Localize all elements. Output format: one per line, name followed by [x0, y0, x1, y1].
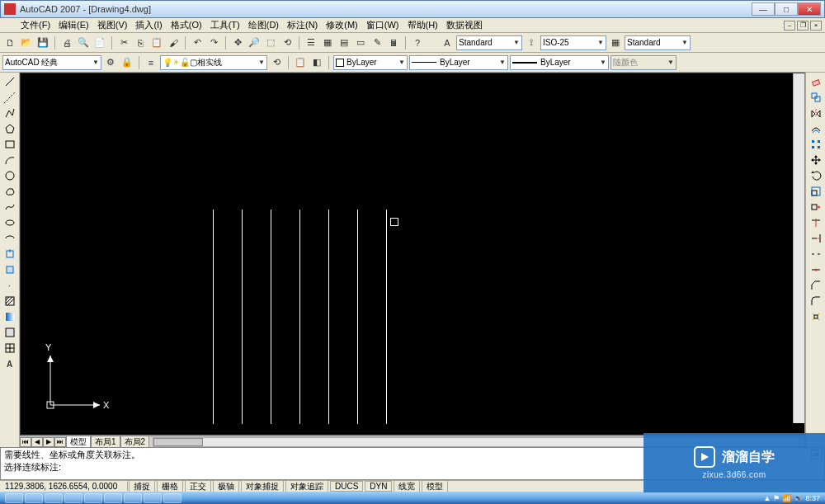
- stretch-icon[interactable]: [808, 200, 823, 214]
- open-icon[interactable]: 📂: [19, 35, 34, 50]
- close-button[interactable]: ✕: [798, 2, 821, 16]
- designcenter-icon[interactable]: ▦: [320, 35, 335, 50]
- preview-icon[interactable]: 🔍: [76, 35, 91, 50]
- layer-prev-icon[interactable]: ⟲: [269, 55, 284, 70]
- arc-icon[interactable]: [2, 153, 17, 167]
- taskbar-app[interactable]: [25, 493, 43, 503]
- menu-file[interactable]: 文件(F): [16, 18, 54, 32]
- menu-modify[interactable]: 修改(M): [322, 18, 362, 32]
- copy-tool-icon[interactable]: [808, 90, 823, 105]
- workspace-lock-icon[interactable]: 🔒: [120, 55, 134, 70]
- menu-tools[interactable]: 工具(T): [206, 18, 244, 32]
- fillet-icon[interactable]: [808, 294, 823, 309]
- undo-icon[interactable]: ↶: [190, 35, 205, 50]
- menu-draw[interactable]: 绘图(D): [244, 18, 283, 32]
- mtext-icon[interactable]: A: [2, 356, 17, 371]
- linetype-combo[interactable]: ByLayer▼: [409, 55, 508, 70]
- mdi-restore[interactable]: ❐: [797, 21, 808, 31]
- xline-icon[interactable]: [2, 90, 17, 105]
- menu-insert[interactable]: 插入(I): [131, 18, 166, 32]
- cut-icon[interactable]: ✂: [116, 35, 131, 50]
- pline-icon[interactable]: [2, 106, 17, 120]
- layer-state-icon[interactable]: 📋: [293, 55, 308, 70]
- properties-icon[interactable]: ☰: [304, 35, 318, 50]
- color-combo[interactable]: ByLayer▼: [333, 55, 408, 70]
- tab-layout1[interactable]: 布局1: [91, 436, 120, 448]
- vertical-scrollbar[interactable]: [793, 73, 804, 423]
- save-icon[interactable]: 💾: [35, 35, 50, 50]
- taskbar-app[interactable]: [124, 493, 142, 503]
- workspace-settings-icon[interactable]: ⚙: [103, 55, 118, 70]
- maximize-button[interactable]: □: [775, 2, 798, 16]
- explode-icon[interactable]: [808, 309, 823, 324]
- paste-icon[interactable]: 📋: [149, 35, 164, 50]
- publish-icon[interactable]: 📄: [92, 35, 107, 50]
- join-icon[interactable]: [808, 262, 823, 277]
- menu-edit[interactable]: 编辑(E): [54, 18, 93, 32]
- rectangle-icon[interactable]: [2, 137, 17, 152]
- help-icon[interactable]: ?: [410, 35, 425, 50]
- menu-view[interactable]: 视图(V): [93, 18, 132, 32]
- workspace-combo[interactable]: AutoCAD 经典▼: [2, 55, 101, 70]
- mdi-close[interactable]: ×: [810, 21, 822, 31]
- dim-style-combo[interactable]: ISO-25▼: [540, 35, 606, 50]
- tab-next-icon[interactable]: ▶: [43, 437, 54, 447]
- textstyle-icon[interactable]: A: [440, 35, 455, 50]
- layer-combo[interactable]: 💡☀🔓▢ 相实线▼: [160, 55, 267, 70]
- layer-iso-icon[interactable]: ◧: [309, 55, 324, 70]
- point-icon[interactable]: ·: [2, 278, 17, 293]
- lineweight-combo[interactable]: ByLayer▼: [510, 55, 609, 70]
- circle-icon[interactable]: [2, 168, 17, 183]
- flag-icon[interactable]: ⚑: [773, 494, 780, 502]
- block-icon[interactable]: [2, 262, 17, 277]
- menu-dim[interactable]: 标注(N): [283, 18, 322, 32]
- tray-icon[interactable]: ▲: [764, 494, 771, 502]
- toggle-ducs[interactable]: DUCS: [330, 481, 363, 492]
- menu-data[interactable]: 数据视图: [442, 18, 487, 32]
- zoom-prev-icon[interactable]: ⟲: [280, 35, 295, 50]
- network-icon[interactable]: 📶: [782, 494, 791, 502]
- tab-layout2[interactable]: 布局2: [120, 436, 150, 448]
- print-icon[interactable]: 🖨: [59, 35, 74, 50]
- menu-help[interactable]: 帮助(H): [403, 18, 442, 32]
- toolpal-icon[interactable]: ▤: [337, 35, 351, 50]
- markup-icon[interactable]: ✎: [370, 35, 384, 50]
- hatch-icon[interactable]: [2, 294, 17, 309]
- erase-icon[interactable]: [808, 74, 823, 89]
- sheet-icon[interactable]: ▭: [353, 35, 368, 50]
- chamfer-icon[interactable]: [808, 278, 823, 293]
- taskbar-app[interactable]: [45, 493, 63, 503]
- table-style-combo[interactable]: Standard▼: [625, 35, 691, 50]
- ellipsearc-icon[interactable]: [2, 231, 17, 246]
- polygon-icon[interactable]: [2, 121, 17, 136]
- dimstyle-icon[interactable]: ⟟: [524, 35, 539, 50]
- mdi-minimize[interactable]: –: [784, 21, 795, 31]
- tab-last-icon[interactable]: ⏭: [54, 437, 66, 447]
- taskbar-app[interactable]: [5, 493, 23, 503]
- insert-icon[interactable]: [2, 247, 17, 261]
- mirror-icon[interactable]: [808, 106, 823, 120]
- scale-icon[interactable]: [808, 184, 823, 199]
- taskbar-app[interactable]: [144, 493, 162, 503]
- tab-first-icon[interactable]: ⏮: [20, 437, 31, 447]
- plotstyle-combo[interactable]: 随颜色▼: [610, 55, 676, 70]
- table-icon[interactable]: [2, 341, 17, 356]
- break-icon[interactable]: [808, 247, 823, 261]
- line-icon[interactable]: [2, 74, 17, 89]
- taskbar-app[interactable]: [64, 493, 82, 503]
- spline-icon[interactable]: [2, 200, 17, 214]
- text-style-combo[interactable]: Standard▼: [456, 35, 522, 50]
- calc-icon[interactable]: 🖩: [386, 35, 401, 50]
- matchprop-icon[interactable]: 🖌: [166, 35, 181, 50]
- taskbar-app[interactable]: [163, 493, 182, 503]
- trim-icon[interactable]: [808, 215, 823, 230]
- zoom-win-icon[interactable]: ⬚: [263, 35, 278, 50]
- rotate-icon[interactable]: [808, 168, 823, 183]
- revcloud-icon[interactable]: [2, 184, 17, 199]
- gradient-icon[interactable]: [2, 309, 17, 324]
- move-icon[interactable]: [808, 153, 823, 167]
- tab-prev-icon[interactable]: ◀: [31, 437, 43, 447]
- new-icon[interactable]: 🗋: [2, 35, 17, 50]
- region-icon[interactable]: [2, 325, 17, 340]
- ellipse-icon[interactable]: [2, 215, 17, 230]
